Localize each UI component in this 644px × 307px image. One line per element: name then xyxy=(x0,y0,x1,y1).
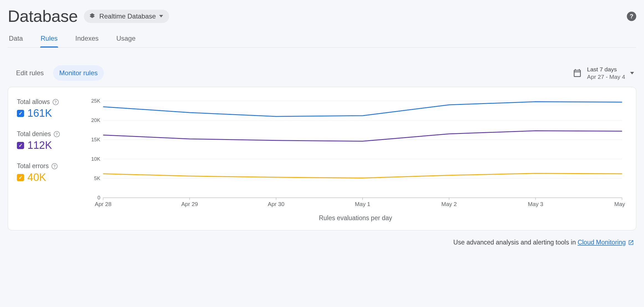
chevron-down-icon xyxy=(159,15,163,17)
date-range-label: Last 7 days xyxy=(587,66,625,73)
legend-errors-value: 40K xyxy=(27,171,46,183)
legend-allows-title: Total allows xyxy=(17,98,50,106)
svg-text:May 4: May 4 xyxy=(614,201,625,207)
legend-denies-value: 112K xyxy=(27,139,52,151)
svg-text:May 3: May 3 xyxy=(528,201,543,207)
legend-denies-title: Total denies xyxy=(17,130,51,138)
rules-chart: 05K10K15K20K25KApr 28Apr 29Apr 30May 1Ma… xyxy=(86,98,625,209)
legend-denies-toggle[interactable]: ✓ xyxy=(17,142,24,149)
svg-text:15K: 15K xyxy=(91,137,100,142)
svg-text:10K: 10K xyxy=(91,156,100,162)
monitor-chart-card: Total allows ? ✓ 161K Total denies ? ✓ 1… xyxy=(8,87,636,230)
svg-text:Apr 30: Apr 30 xyxy=(268,201,284,207)
svg-text:5K: 5K xyxy=(94,176,101,181)
calendar-icon xyxy=(573,68,582,78)
database-selector-label: Realtime Database xyxy=(99,12,156,20)
tab-indexes[interactable]: Indexes xyxy=(75,31,99,47)
footer-note: Use advanced analysis and alerting tools… xyxy=(8,230,636,246)
legend-allows-value: 161K xyxy=(27,107,52,119)
tab-usage[interactable]: Usage xyxy=(116,31,136,47)
svg-text:25K: 25K xyxy=(91,98,100,104)
date-range-span: Apr 27 - May 4 xyxy=(587,73,625,80)
svg-text:Apr 29: Apr 29 xyxy=(181,201,198,207)
realtime-db-icon xyxy=(88,12,96,21)
svg-text:May 1: May 1 xyxy=(355,201,370,207)
help-icon[interactable]: ? xyxy=(627,12,636,21)
svg-text:May 2: May 2 xyxy=(441,201,457,207)
date-range-picker[interactable]: Last 7 days Apr 27 - May 4 xyxy=(573,66,634,81)
legend-errors-title: Total errors xyxy=(17,162,49,170)
page-title: Database xyxy=(8,7,78,26)
subtab-monitor-rules[interactable]: Monitor rules xyxy=(53,65,104,81)
svg-text:Apr 28: Apr 28 xyxy=(95,201,111,207)
help-icon[interactable]: ? xyxy=(51,163,58,169)
svg-text:20K: 20K xyxy=(91,118,100,123)
svg-text:0: 0 xyxy=(97,195,100,201)
help-icon[interactable]: ? xyxy=(53,99,59,105)
subtab-edit-rules[interactable]: Edit rules xyxy=(10,65,50,81)
tab-rules[interactable]: Rules xyxy=(40,31,58,47)
database-selector[interactable]: Realtime Database xyxy=(84,10,169,23)
legend-allows-toggle[interactable]: ✓ xyxy=(17,110,24,117)
legend-errors-toggle[interactable]: ✓ xyxy=(17,174,24,181)
chart-x-axis-label: Rules evaluations per day xyxy=(86,214,625,222)
chevron-down-icon xyxy=(630,72,634,74)
cloud-monitoring-link[interactable]: Cloud Monitoring xyxy=(578,239,634,246)
help-icon[interactable]: ? xyxy=(54,131,60,137)
tab-data[interactable]: Data xyxy=(8,31,24,47)
external-link-icon xyxy=(628,240,634,246)
main-tabs: Data Rules Indexes Usage xyxy=(8,31,636,48)
